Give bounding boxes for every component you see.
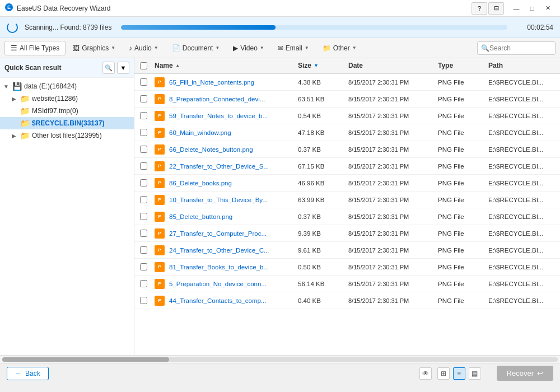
- file-name-text-4[interactable]: 66_Delete_Notes_button.png: [169, 146, 253, 153]
- table-row[interactable]: P 81_Transfer_Books_to_device_b... 0.50 …: [134, 259, 560, 276]
- file-checkbox-7[interactable]: [140, 196, 147, 203]
- file-name-text-7[interactable]: 10_Transfer_to_This_Device_By...: [169, 197, 268, 203]
- file-type-value-2: PNG File: [438, 113, 464, 119]
- file-thumb-13: P: [155, 296, 165, 306]
- row-checkbox-7[interactable]: [134, 196, 152, 203]
- table-row[interactable]: P 22_Transfer_to_Other_Device_S... 67.15…: [134, 158, 560, 175]
- file-checkbox-11[interactable]: [140, 263, 147, 270]
- file-name-text-2[interactable]: 59_Transfer_Notes_to_device_b...: [169, 113, 268, 119]
- help-button[interactable]: ?: [472, 2, 487, 15]
- tree-item-msidf[interactable]: 📁 MSIdf97.tmp(0): [0, 105, 134, 117]
- table-row[interactable]: P 66_Delete_Notes_button.png 0.37 KB 8/1…: [134, 141, 560, 158]
- file-checkbox-6[interactable]: [140, 179, 147, 186]
- tree-item-data-drive[interactable]: ▼ 💾 data (E:)(168424): [0, 80, 134, 92]
- scroll-thumb[interactable]: [2, 357, 169, 362]
- file-name-text-8[interactable]: 85_Delete_button.png: [169, 213, 232, 220]
- file-name-text-3[interactable]: 60_Main_window.png: [169, 129, 231, 136]
- file-checkbox-1[interactable]: [140, 95, 147, 102]
- view-eye-button[interactable]: 👁: [419, 367, 432, 380]
- tab-other[interactable]: 📁 Other ▼: [316, 41, 363, 55]
- settings-button[interactable]: ⊟: [488, 2, 504, 15]
- search-box[interactable]: 🔍: [477, 41, 556, 55]
- row-checkbox-10[interactable]: [134, 246, 152, 254]
- file-name-text-11[interactable]: 81_Transfer_Books_to_device_b...: [169, 264, 269, 270]
- file-type-cell-6: PNG File: [436, 180, 486, 186]
- table-row[interactable]: P 60_Main_window.png 47.18 KB 8/15/2017 …: [134, 124, 560, 141]
- file-name-text-10[interactable]: 24_Transfer_to_Other_Device_C...: [169, 247, 269, 254]
- file-date-cell-12: 8/15/2017 2:30:31 PM: [346, 281, 436, 287]
- view-list-button[interactable]: ≡: [453, 367, 465, 380]
- tree-item-other-lost[interactable]: ▶ 📁 Other lost files(123995): [0, 129, 134, 142]
- row-checkbox-12[interactable]: [134, 280, 152, 287]
- file-checkbox-9[interactable]: [140, 230, 147, 237]
- minimize-button[interactable]: —: [508, 3, 524, 14]
- table-row[interactable]: P 5_Preparation_No_device_conn... 56.14 …: [134, 276, 560, 292]
- tree-item-recycle[interactable]: 📁 $RECYCLE.BIN(33137): [0, 117, 134, 129]
- file-checkbox-12[interactable]: [140, 280, 147, 287]
- select-all-checkbox[interactable]: [140, 62, 147, 69]
- sidebar-search-button[interactable]: 🔍: [102, 62, 115, 74]
- row-checkbox-0[interactable]: [134, 78, 152, 86]
- file-checkbox-0[interactable]: [140, 78, 147, 86]
- file-checkbox-8[interactable]: [140, 213, 147, 220]
- row-checkbox-9[interactable]: [134, 230, 152, 237]
- file-name-text-1[interactable]: 8_Preparation_Connected_devi...: [169, 96, 265, 102]
- file-checkbox-5[interactable]: [140, 162, 147, 170]
- table-row[interactable]: P 44_Transfer_Contacts_to_comp... 0.40 K…: [134, 292, 560, 309]
- file-name-text-13[interactable]: 44_Transfer_Contacts_to_comp...: [169, 297, 266, 304]
- tab-document[interactable]: 📄 Document ▼: [166, 41, 226, 55]
- file-checkbox-3[interactable]: [140, 129, 147, 136]
- file-name-text-6[interactable]: 86_Delete_books.png: [169, 180, 232, 186]
- maximize-button[interactable]: □: [524, 3, 540, 14]
- file-type-value-13: PNG File: [438, 297, 464, 304]
- col-header-path[interactable]: Path: [486, 62, 560, 69]
- row-checkbox-4[interactable]: [134, 146, 152, 153]
- table-row[interactable]: P 24_Transfer_to_Other_Device_C... 9.61 …: [134, 242, 560, 259]
- tab-all-file-types[interactable]: ☰ All File Types: [4, 41, 66, 55]
- file-checkbox-4[interactable]: [140, 146, 147, 153]
- tab-other-arrow: ▼: [352, 45, 357, 50]
- table-row[interactable]: P 10_Transfer_to_This_Device_By... 63.99…: [134, 192, 560, 208]
- tab-audio[interactable]: ♪ Audio ▼: [123, 41, 165, 55]
- file-checkbox-2[interactable]: [140, 112, 147, 119]
- horizontal-scrollbar[interactable]: [0, 355, 560, 363]
- table-row[interactable]: P 59_Transfer_Notes_to_device_b... 0.54 …: [134, 108, 560, 124]
- row-checkbox-8[interactable]: [134, 213, 152, 220]
- tree-item-website[interactable]: ▶ 📁 website(11286): [0, 92, 134, 105]
- tab-graphics[interactable]: 🖼 Graphics ▼: [67, 41, 122, 55]
- row-checkbox-6[interactable]: [134, 179, 152, 186]
- file-name-text-0[interactable]: 65_Fill_in_Note_contents.png: [169, 79, 254, 86]
- col-header-date[interactable]: Date: [346, 62, 436, 69]
- file-name-text-5[interactable]: 22_Transfer_to_Other_Device_S...: [169, 163, 269, 170]
- row-checkbox-11[interactable]: [134, 263, 152, 270]
- view-detail-button[interactable]: ▤: [469, 367, 481, 380]
- table-row[interactable]: P 27_Transfer_to_Computer_Proc... 9.39 K…: [134, 225, 560, 242]
- tab-video[interactable]: ▶ Video ▼: [227, 41, 270, 55]
- col-header-name[interactable]: Name ▲: [152, 62, 296, 69]
- col-header-size[interactable]: Size ▼: [296, 62, 346, 69]
- row-checkbox-5[interactable]: [134, 162, 152, 170]
- col-header-type[interactable]: Type: [436, 62, 486, 69]
- table-row[interactable]: P 85_Delete_button.png 0.37 KB 8/15/2017…: [134, 208, 560, 225]
- file-name-text-9[interactable]: 27_Transfer_to_Computer_Proc...: [169, 230, 267, 237]
- main-content: Quick Scan result 🔍 ▼ ▼ 💾 data (E:)(1684…: [0, 58, 560, 355]
- row-checkbox-1[interactable]: [134, 95, 152, 102]
- recover-button[interactable]: Recover ↩: [497, 366, 553, 381]
- row-checkbox-2[interactable]: [134, 112, 152, 119]
- search-input[interactable]: [489, 44, 552, 52]
- file-type-value-4: PNG File: [438, 146, 464, 153]
- file-name-text-12[interactable]: 5_Preparation_No_device_conn...: [169, 281, 267, 287]
- tab-email[interactable]: ✉ Email ▼: [272, 41, 315, 55]
- table-row[interactable]: P 86_Delete_books.png 46.96 KB 8/15/2017…: [134, 175, 560, 192]
- table-row[interactable]: P 8_Preparation_Connected_devi... 63.51 …: [134, 91, 560, 108]
- row-checkbox-3[interactable]: [134, 129, 152, 136]
- close-button[interactable]: ✕: [540, 3, 556, 14]
- file-checkbox-10[interactable]: [140, 246, 147, 254]
- table-row[interactable]: P 65_Fill_in_Note_contents.png 4.38 KB 8…: [134, 74, 560, 91]
- file-checkbox-13[interactable]: [140, 297, 147, 304]
- row-checkbox-13[interactable]: [134, 297, 152, 304]
- back-button[interactable]: ← Back: [7, 367, 49, 380]
- scroll-track[interactable]: [2, 357, 558, 362]
- sidebar-expand-button[interactable]: ▼: [117, 62, 129, 74]
- view-grid-button[interactable]: ⊞: [437, 367, 450, 380]
